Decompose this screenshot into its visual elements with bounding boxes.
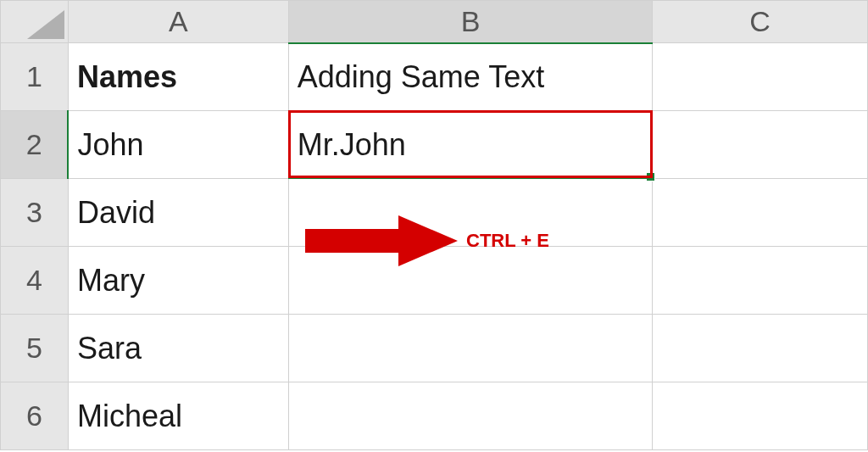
spreadsheet-grid: A B C 1 Names Adding Same Text 2 John Mr… (0, 0, 868, 450)
column-header-C[interactable]: C (653, 1, 868, 43)
row-header-3[interactable]: 3 (1, 179, 69, 247)
row-header-1[interactable]: 1 (1, 43, 69, 111)
cell-B5[interactable] (288, 315, 653, 382)
cell-C3[interactable] (653, 179, 868, 247)
row-header-6[interactable]: 6 (1, 382, 69, 450)
row-header-4[interactable]: 4 (1, 247, 69, 315)
cell-C4[interactable] (653, 247, 868, 315)
cell-A5[interactable]: Sara (68, 315, 288, 382)
cell-A6[interactable]: Micheal (68, 382, 288, 450)
cell-C6[interactable] (653, 382, 868, 450)
cell-C2[interactable] (653, 111, 868, 179)
cell-A2[interactable]: John (68, 111, 288, 179)
cell-B3[interactable] (288, 179, 653, 247)
cell-C1[interactable] (653, 43, 868, 111)
cell-A4[interactable]: Mary (68, 247, 288, 315)
column-header-B[interactable]: B (288, 1, 653, 43)
cell-B4[interactable] (288, 247, 653, 315)
select-all-corner[interactable] (1, 1, 69, 43)
cell-B2[interactable]: Mr.John (288, 111, 653, 179)
cell-B1[interactable]: Adding Same Text (288, 43, 653, 111)
row-header-2[interactable]: 2 (1, 111, 69, 179)
column-header-A[interactable]: A (68, 1, 288, 43)
cell-C5[interactable] (653, 315, 868, 382)
cell-A1[interactable]: Names (68, 43, 288, 111)
row-header-5[interactable]: 5 (1, 315, 69, 382)
cell-B6[interactable] (288, 382, 653, 450)
cell-A3[interactable]: David (68, 179, 288, 247)
